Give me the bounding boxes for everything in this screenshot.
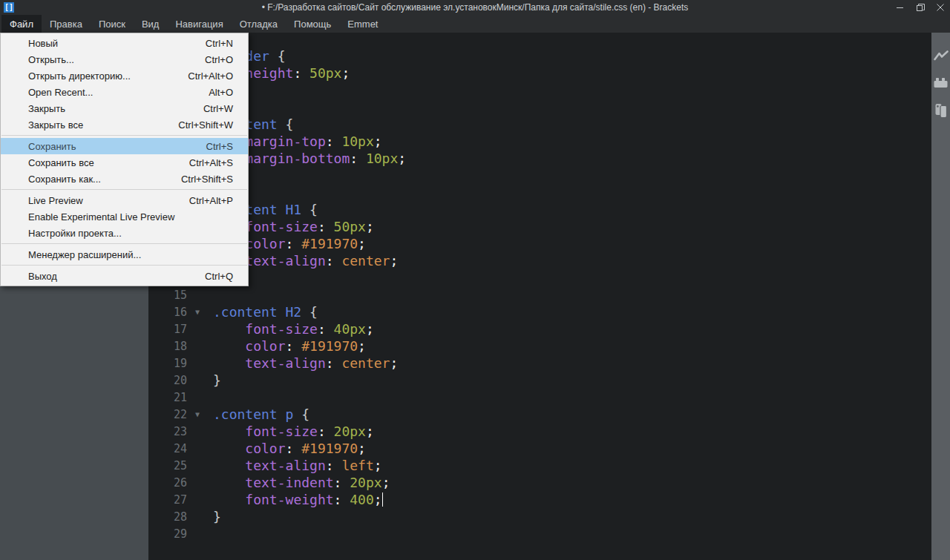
menu-item[interactable]: Сохранить всеCtrl+Alt+S <box>1 154 248 171</box>
fold-arrow-icon[interactable]: ▼ <box>191 410 208 418</box>
code-text[interactable]: color: #191970; <box>208 440 366 457</box>
line-number: 22 <box>148 408 191 421</box>
restore-icon[interactable] <box>914 1 927 13</box>
menu-item[interactable]: Open Recent...Alt+O <box>1 84 248 100</box>
menu-item[interactable]: Открыть...Ctrl+O <box>1 51 248 67</box>
code-text[interactable]: } <box>208 508 221 525</box>
menu-item-label: Open Recent... <box>28 87 93 98</box>
menu-item-label: Выход <box>28 271 57 282</box>
live-preview-icon[interactable] <box>933 47 949 63</box>
code-line: 28} <box>148 508 931 525</box>
menu-item[interactable]: ЗакрытьCtrl+W <box>1 100 248 116</box>
code-line: 9 <box>148 184 931 201</box>
code-line: 2 height: 50px; <box>148 65 931 82</box>
code-text[interactable]: text-align: center; <box>208 355 398 372</box>
menu-item[interactable]: Настройки проекта... <box>1 225 248 241</box>
menu-item[interactable]: Закрыть всеCtrl+Shift+W <box>1 116 248 133</box>
code-text[interactable]: text-indent: 20px; <box>208 474 390 491</box>
menu-item-label: Сохранить как... <box>28 174 101 185</box>
code-text[interactable]: font-weight: 400; <box>208 491 383 508</box>
close-icon[interactable] <box>934 1 947 13</box>
menu-item-shortcut: Ctrl+Q <box>205 271 233 282</box>
menu-вид[interactable]: Вид <box>134 15 168 33</box>
menu-bar: ФайлПравкаПоискВидНавигацияОтладкаПомощь… <box>0 15 950 33</box>
window-controls <box>894 0 947 15</box>
line-number: 24 <box>148 442 191 455</box>
minimize-icon[interactable] <box>894 1 907 13</box>
menu-отладка[interactable]: Отладка <box>232 15 286 33</box>
code-text[interactable]: font-size: 40px; <box>208 320 374 337</box>
line-number: 26 <box>148 476 191 490</box>
code-line: 8} <box>148 167 931 184</box>
code-line: 17 font-size: 40px; <box>148 320 931 337</box>
menu-item[interactable]: НовыйCtrl+N <box>1 35 248 51</box>
code-editor[interactable]: 1▼.header {2 height: 50px;3}45▼.content … <box>148 33 931 560</box>
menu-item-shortcut: Alt+O <box>209 87 233 98</box>
menu-item[interactable]: Сохранить как...Ctrl+Shift+S <box>1 171 248 187</box>
snippets-icon[interactable] <box>933 102 949 118</box>
brackets-logo-icon: [] <box>4 2 14 13</box>
menu-item[interactable]: Live PreviewCtrl+Alt+P <box>1 192 248 208</box>
code-line: 6 margin-top: 10px; <box>148 133 931 150</box>
code-line: 27 font-weight: 400; <box>148 491 931 508</box>
code-text[interactable]: } <box>208 372 221 389</box>
menu-item-label: Менеджер расширений... <box>28 249 141 260</box>
code-line: 15 <box>148 286 931 303</box>
menu-item-label: Enable Experimental Live Preview <box>28 211 174 223</box>
code-line: 19 text-align: center; <box>148 355 931 372</box>
menu-item[interactable]: Enable Experimental Live Preview <box>1 208 248 225</box>
fold-arrow-icon[interactable]: ▼ <box>191 308 208 316</box>
code-text[interactable]: color: #191970; <box>208 337 366 355</box>
menu-поиск[interactable]: Поиск <box>91 15 134 33</box>
menu-item-label: Сохранить все <box>28 157 94 168</box>
menu-file[interactable]: Файл <box>1 15 42 33</box>
menu-item[interactable]: СохранитьCtrl+S <box>1 138 248 154</box>
code-line: 20} <box>148 372 931 389</box>
code-line: 25 text-align: left; <box>148 457 931 474</box>
line-number: 21 <box>148 391 191 404</box>
menu-item[interactable]: Менеджер расширений... <box>1 246 248 263</box>
line-number: 15 <box>148 289 191 302</box>
code-line: 16▼.content H2 { <box>148 303 931 320</box>
code-text[interactable]: text-align: left; <box>208 457 382 474</box>
menu-item-shortcut: Ctrl+W <box>203 103 233 114</box>
line-number: 23 <box>148 425 191 438</box>
code-text[interactable]: font-size: 20px; <box>208 423 374 440</box>
code-line: 14} <box>148 269 931 286</box>
menu-item[interactable]: Открыть директорию...Ctrl+Alt+O <box>1 67 248 84</box>
menu-item-shortcut: Ctrl+Alt+S <box>189 157 233 168</box>
code-line: 26 text-indent: 20px; <box>148 474 931 491</box>
line-number: 25 <box>148 459 191 472</box>
menu-separator <box>1 265 247 266</box>
toolbar-rail <box>931 33 950 560</box>
code-line: 7 margin-bottom: 10px; <box>148 150 931 167</box>
code-line: 29 <box>148 525 931 542</box>
code-line: 10▼.content H1 { <box>148 201 931 218</box>
menu-item-label: Настройки проекта... <box>28 228 122 239</box>
code-text[interactable]: .content H2 { <box>208 303 318 320</box>
code-line: 18 color: #191970; <box>148 337 931 355</box>
code-line: 3} <box>148 82 931 99</box>
menu-item-shortcut: Ctrl+Shift+S <box>181 174 233 185</box>
code-line: 11 font-size: 50px; <box>148 218 931 235</box>
menu-помощь[interactable]: Помощь <box>286 15 339 33</box>
line-number: 20 <box>148 374 191 387</box>
extension-manager-icon[interactable] <box>933 75 949 90</box>
code-line: 1▼.header { <box>148 47 931 65</box>
menu-emmet[interactable]: Emmet <box>339 15 386 33</box>
file-menu-dropdown: НовыйCtrl+NОткрыть...Ctrl+OОткрыть дирек… <box>0 33 249 286</box>
code-text[interactable]: .content p { <box>208 406 309 423</box>
menu-item-label: Сохранить <box>28 141 76 152</box>
code-line: 12 color: #191970; <box>148 235 931 252</box>
menu-item[interactable]: ВыходCtrl+Q <box>1 268 248 284</box>
line-number: 29 <box>148 527 191 541</box>
line-number: 18 <box>148 340 191 353</box>
code-line: 24 color: #191970; <box>148 440 931 457</box>
line-number: 19 <box>148 357 191 370</box>
menu-навигация[interactable]: Навигация <box>167 15 231 33</box>
title-bar: [] • F:/Разработка сайтов/Сайт обслужива… <box>0 0 950 15</box>
menu-правка[interactable]: Правка <box>42 15 91 33</box>
code-line: 13 text-align: center; <box>148 252 931 269</box>
menu-separator <box>1 243 247 244</box>
menu-item-shortcut: Ctrl+S <box>206 141 233 152</box>
